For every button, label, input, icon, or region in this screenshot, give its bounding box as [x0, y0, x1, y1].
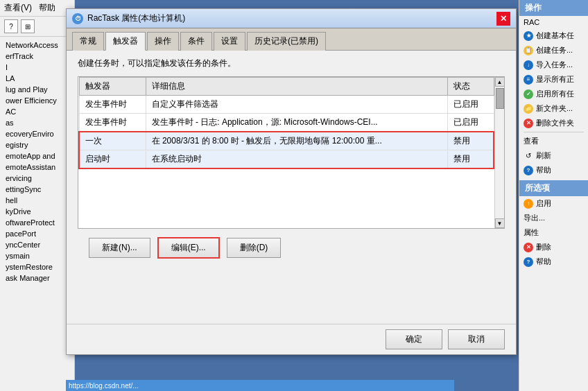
sidebar-item-registry[interactable]: egistry [0, 139, 74, 150]
right-export[interactable]: 导出... [519, 211, 588, 225]
cancel-button[interactable]: 取消 [448, 329, 505, 349]
sidebar-item-taskmgr[interactable]: ask Manager [0, 272, 74, 284]
table-row[interactable]: 启动时 在系统启动时 禁用 [79, 150, 494, 169]
sidebar-item-rac[interactable]: AC [0, 106, 74, 117]
tab-trigger[interactable]: 触发器 [105, 32, 146, 51]
sidebar-item-plugplay[interactable]: lug and Play [0, 84, 74, 95]
right-enable-all[interactable]: ✓ 启用所有任 [519, 87, 588, 101]
enable-all-icon: ✓ [524, 89, 533, 99]
sidebar-item-erftrack[interactable]: erfTrack [0, 51, 74, 62]
right-new-folder[interactable]: 📁 新文件夹... [519, 101, 588, 116]
cell-detail-1: 发生事件时 - 日志: Application，源: Microsoft-Win… [146, 114, 448, 132]
tab-action[interactable]: 操作 [147, 32, 179, 51]
sidebar-item-systemrestore[interactable]: ystemRestore [0, 261, 74, 272]
right-panel: 操作 RAC ★ 创建基本任 📋 创建任务... ↓ 导入任务... ≡ 显示所… [519, 0, 588, 391]
dialog-titlebar: ⏱ RacTask 属性(本地计算机) ✕ [67, 9, 516, 28]
tab-history[interactable]: 历史记录(已禁用) [247, 32, 326, 51]
description-text: 创建任务时，可以指定触发该任务的条件。 [78, 58, 505, 69]
sidebar-item-i[interactable]: I [0, 62, 74, 73]
right-divider-1 [524, 132, 584, 132]
tab-general[interactable]: 常规 [72, 32, 104, 51]
right-help-2[interactable]: ? 帮助 [519, 254, 588, 269]
sidebar-item-synccenter[interactable]: yncCenter [0, 239, 74, 250]
sidebar-icon-1[interactable]: ? [4, 19, 18, 33]
cell-detail-2: 在 2008/3/31 的 8:00 时 - 触发后，无限期地每隔 12:00:… [146, 132, 448, 150]
dialog-close-button[interactable]: ✕ [496, 12, 510, 26]
help-2-icon: ? [524, 257, 533, 267]
sidebar-icon-2[interactable]: ⊞ [21, 19, 35, 33]
action-buttons-row: 新建(N)... 编辑(E)... 删除(D) [78, 229, 505, 267]
right-create-task[interactable]: 📋 创建任务... [519, 43, 588, 58]
sidebar-item-remoteapp[interactable]: emoteApp and [0, 150, 74, 162]
sidebar-item-settingsync[interactable]: ettingSync [0, 184, 74, 195]
col-header-detail: 详细信息 [146, 78, 448, 96]
right-enable[interactable]: ↑ 启用 [519, 196, 588, 211]
sidebar-item-shell[interactable]: hell [0, 195, 74, 206]
right-section-selected-title: 所选项 [519, 180, 588, 196]
table-scrollbar[interactable]: ▲ ▼ [494, 77, 504, 228]
dialog-title-text: RacTask 属性(本地计算机) [87, 12, 185, 24]
tab-settings[interactable]: 设置 [214, 32, 245, 51]
sidebar-item-softwareprot[interactable]: oftwareProtect [0, 217, 74, 228]
sidebar-item-la[interactable]: LA [0, 73, 74, 84]
table-row[interactable]: 一次 在 2008/3/31 的 8:00 时 - 触发后，无限期地每隔 12:… [79, 132, 494, 150]
right-properties[interactable]: 属性 [519, 225, 588, 240]
create-task-icon: 📋 [524, 46, 533, 55]
cell-status-3: 禁用 [448, 150, 494, 169]
sidebar-item-recoveryenv[interactable]: ecoveryEnviro [0, 128, 74, 139]
cell-status-2: 禁用 [448, 132, 494, 150]
help-menu[interactable]: 帮助 [39, 2, 55, 14]
view-menu[interactable]: 查看(V) [4, 2, 32, 14]
edit-button[interactable]: 编辑(E)... [157, 237, 220, 259]
right-view[interactable]: 查看 [519, 134, 588, 148]
table-row[interactable]: 发生事件时 自定义事件筛选器 已启用 [79, 96, 494, 114]
trigger-table-container: 触发器 详细信息 状态 发生事件时 自定义事件筛选器 已启用 发生事件时 发生事… [78, 76, 505, 229]
delete-icon: ✕ [524, 243, 533, 252]
sidebar-item-as[interactable]: as [0, 117, 74, 128]
tab-condition[interactable]: 条件 [180, 32, 212, 51]
refresh-icon: ↺ [524, 151, 533, 161]
status-bar: https://blog.csdn.net/... [66, 380, 454, 391]
right-create-basic[interactable]: ★ 创建基本任 [519, 28, 588, 43]
scroll-up-arrow[interactable]: ▲ [495, 77, 505, 87]
cell-trigger-3: 启动时 [79, 150, 146, 169]
title-clock-icon: ⏱ [72, 13, 83, 24]
dialog-footer: 确定 取消 [67, 324, 516, 354]
right-section-operations-title: 操作 [519, 0, 588, 16]
right-delete[interactable]: ✕ 删除 [519, 240, 588, 254]
sidebar-item-spaceport[interactable]: pacePort [0, 228, 74, 239]
delete-button[interactable]: 删除(D) [227, 238, 282, 258]
import-task-icon: ↓ [524, 60, 533, 70]
right-help-1[interactable]: ? 帮助 [519, 163, 588, 177]
dialog-content: 创建任务时，可以指定触发该任务的条件。 触发器 详细信息 状态 发生事件时 自定… [67, 51, 516, 274]
right-show-all[interactable]: ≡ 显示所有正 [519, 72, 588, 87]
sidebar-item-networkaccess[interactable]: NetworkAccess [0, 40, 74, 51]
table-body: 发生事件时 自定义事件筛选器 已启用 发生事件时 发生事件时 - 日志: App… [79, 96, 494, 169]
dialog-window: ⏱ RacTask 属性(本地计算机) ✕ 常规 触发器 操作 条件 设置 历史… [66, 8, 517, 355]
scroll-thumb[interactable] [496, 88, 504, 109]
cell-trigger-2: 一次 [79, 132, 146, 150]
new-folder-icon: 📁 [524, 104, 533, 114]
scroll-down-arrow[interactable]: ▼ [495, 218, 505, 228]
sidebar-item-sysmain[interactable]: ysmain [0, 250, 74, 261]
new-button[interactable]: 新建(N)... [89, 238, 150, 258]
right-import-task[interactable]: ↓ 导入任务... [519, 58, 588, 72]
enable-icon: ↑ [524, 199, 533, 209]
table-row[interactable]: 发生事件时 发生事件时 - 日志: Application，源: Microso… [79, 114, 494, 132]
sidebar-menu-bar[interactable]: 查看(V) 帮助 [0, 0, 74, 17]
sidebar-item-powereff[interactable]: ower Efficiency [0, 95, 74, 106]
sidebar-item-servicing[interactable]: ervicing [0, 173, 74, 184]
cell-trigger-0: 发生事件时 [79, 96, 146, 114]
trigger-table: 触发器 详细信息 状态 发生事件时 自定义事件筛选器 已启用 发生事件时 发生事… [78, 77, 494, 169]
create-basic-icon: ★ [524, 31, 533, 41]
right-delete-folder[interactable]: ✕ 删除文件夹 [519, 116, 588, 130]
sidebar-item-skydrive[interactable]: kyDrive [0, 206, 74, 217]
sidebar-panel: 查看(V) 帮助 ? ⊞ NetworkAccess erfTrack I LA… [0, 0, 75, 391]
tabs-bar: 常规 触发器 操作 条件 设置 历史记录(已禁用) [67, 28, 516, 51]
sidebar-toolbar: ? ⊞ [0, 17, 74, 37]
ok-button[interactable]: 确定 [386, 329, 442, 349]
help-1-icon: ? [524, 166, 533, 175]
sidebar-item-remoteassist[interactable]: emoteAssistan [0, 162, 74, 173]
show-all-icon: ≡ [524, 75, 533, 85]
right-refresh[interactable]: ↺ 刷新 [519, 148, 588, 163]
